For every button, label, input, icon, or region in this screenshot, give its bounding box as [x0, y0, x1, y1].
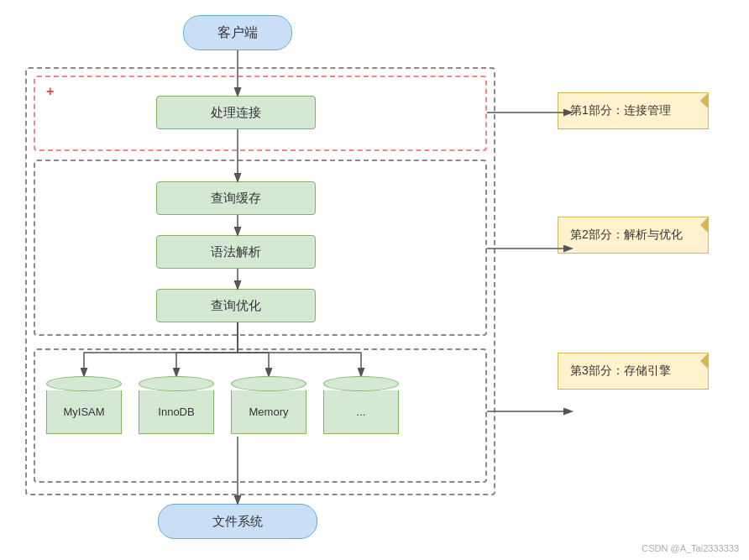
engine-dots: ... [323, 376, 399, 434]
myisam-label: MyISAM [63, 406, 104, 418]
filesystem-node: 文件系统 [158, 504, 317, 539]
cylinder-top-innodb [139, 376, 214, 391]
cylinder-body-myisam: MyISAM [46, 390, 122, 434]
plus-icon: + [46, 84, 54, 99]
cylinder-body-memory: Memory [231, 390, 306, 434]
engine-memory: Memory [231, 376, 306, 434]
note-label-3: 第3部分：存储引擎 [570, 364, 671, 377]
cylinder-top-dots [323, 376, 399, 391]
watermark: CSDN @A_Tai2333333 [642, 543, 739, 553]
engine-innodb: InnoDB [139, 376, 214, 434]
note-label-2: 第2部分：解析与优化 [570, 228, 683, 241]
engine-myisam: MyISAM [46, 376, 122, 434]
cylinder-top-memory [231, 376, 306, 391]
innodb-label: InnoDB [158, 406, 194, 418]
handle-connection-box: 处理连接 [156, 96, 316, 129]
query-cache-label: 查询缓存 [211, 191, 261, 207]
query-optimize-box: 查询优化 [156, 289, 316, 322]
filesystem-label: 文件系统 [212, 514, 263, 530]
cylinder-body-dots: ... [323, 390, 399, 434]
client-node: 客户端 [183, 15, 292, 50]
syntax-parse-label: 语法解析 [211, 244, 261, 260]
query-optimize-label: 查询优化 [211, 298, 261, 314]
handle-connection-label: 处理连接 [211, 105, 261, 121]
note-box-2: 第2部分：解析与优化 [558, 217, 709, 254]
note-box-3: 第3部分：存储引擎 [558, 353, 709, 390]
memory-label: Memory [249, 406, 289, 418]
dots-label: ... [357, 406, 366, 418]
note-label-1: 第1部分：连接管理 [570, 103, 671, 117]
note-box-1: 第1部分：连接管理 [558, 92, 709, 129]
cylinder-body-innodb: InnoDB [139, 390, 214, 434]
diagram-container: + 客户端 处理连接 查询缓存 语法解析 查询优化 MyISAM InnoDB … [0, 0, 749, 560]
query-cache-box: 查询缓存 [156, 181, 316, 215]
syntax-parse-box: 语法解析 [156, 235, 316, 269]
client-label: 客户端 [217, 24, 258, 42]
cylinder-top-myisam [46, 376, 122, 391]
